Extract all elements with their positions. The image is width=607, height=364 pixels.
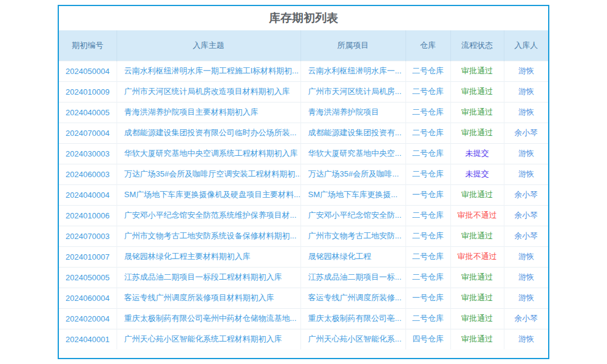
inbound-person-cell: 游恢: [504, 267, 548, 288]
initial-no-link[interactable]: 2024010007: [59, 246, 117, 267]
flow-status-cell: 审批通过: [450, 102, 504, 123]
flow-status-cell: 未提交: [450, 143, 504, 164]
initial-no-link[interactable]: 2024020004: [59, 308, 117, 329]
inbound-person-cell: 游恢: [504, 246, 548, 267]
project-link[interactable]: 云南水利枢纽潜明水库一...: [300, 61, 405, 81]
initial-no-link[interactable]: 2024010006: [59, 205, 117, 226]
initial-no-link[interactable]: 2024060004: [59, 288, 117, 308]
initial-no-link[interactable]: 2024030003: [59, 143, 117, 164]
project-link[interactable]: 广安邓小平纪念馆安全防...: [300, 205, 405, 226]
inbound-person-cell: 游恢: [504, 164, 548, 184]
inbound-subject-link[interactable]: 万达广场35#会所及咖啡厅空调安装工程材料期初...: [117, 164, 300, 184]
table-row[interactable]: 2024040001广州天心苑小区智能化系统工程材料期初入库广州天心苑小区智能化…: [59, 329, 548, 349]
flow-status-cell: 审批通过: [450, 61, 504, 81]
warehouse-cell: 二号仓库: [405, 205, 450, 226]
inbound-person-cell: 游恢: [504, 329, 548, 349]
initial-no-link[interactable]: 2024050005: [59, 267, 117, 288]
inbound-subject-link[interactable]: 云南水利枢纽潜明水库一期工程施工I标材料期初...: [117, 61, 300, 81]
initial-no-link[interactable]: 2024060003: [59, 164, 117, 184]
warehouse-cell: 二号仓库: [405, 246, 450, 267]
initial-no-link[interactable]: 2024070003: [59, 226, 117, 246]
inbound-subject-link[interactable]: 广州天心苑小区智能化系统工程材料期初入库: [117, 329, 300, 349]
page-title: 库存期初列表: [59, 6, 548, 30]
col-header-initial-no: 期初编号: [59, 30, 117, 61]
flow-status-cell: 审批通过: [450, 267, 504, 288]
project-link[interactable]: 成都能源建设集团投资有...: [300, 123, 405, 143]
col-header-warehouse: 仓库: [405, 30, 450, 61]
inbound-subject-link[interactable]: 江苏成品油二期项目一标段工程材料期初入库: [117, 267, 300, 288]
col-header-inbound-subject: 入库主题: [117, 30, 300, 61]
inbound-person-cell: 余小琴: [504, 123, 548, 143]
warehouse-cell: 二号仓库: [405, 308, 450, 329]
table-header-row: 期初编号 入库主题 所属项目 仓库 流程状态 入库人: [59, 30, 548, 61]
warehouse-cell: 二号仓库: [405, 164, 450, 184]
table-header: 期初编号 入库主题 所属项目 仓库 流程状态 入库人: [59, 30, 548, 61]
col-header-inbound-person: 入库人: [504, 30, 548, 61]
col-header-project: 所属项目: [300, 30, 405, 61]
inbound-person-cell: 余小琴: [504, 205, 548, 226]
project-link[interactable]: 万达广场35#会所及咖啡...: [300, 164, 405, 184]
warehouse-cell: 二号仓库: [405, 81, 450, 102]
inbound-person-cell: 游恢: [504, 102, 548, 123]
project-link[interactable]: SM广场地下车库更换摄...: [300, 184, 405, 205]
table-row[interactable]: 2024030003华软大厦研究基地中央空调系统工程材料期初入库华软大厦研究基地…: [59, 143, 548, 164]
flow-status-cell: 审批通过: [450, 308, 504, 329]
inbound-subject-link[interactable]: 成都能源建设集团投资有限公司临时办公场所装...: [117, 123, 300, 143]
table-row[interactable]: 2024010006广安邓小平纪念馆安全防范系统维护保养项目材...广安邓小平纪…: [59, 205, 548, 226]
table-row[interactable]: 2024060003万达广场35#会所及咖啡厅空调安装工程材料期初...万达广场…: [59, 164, 548, 184]
initial-no-link[interactable]: 2024010009: [59, 81, 117, 102]
flow-status-cell: 审批不通过: [450, 246, 504, 267]
initial-no-link[interactable]: 2024040005: [59, 102, 117, 123]
warehouse-cell: 二号仓库: [405, 143, 450, 164]
inbound-subject-link[interactable]: SM广场地下车库更换摄像机及硬盘项目主要材料...: [117, 184, 300, 205]
initial-no-link[interactable]: 2024040001: [59, 329, 117, 349]
project-link[interactable]: 重庆太极制药有限公司亳...: [300, 308, 405, 329]
flow-status-cell: 审批通过: [450, 123, 504, 143]
inbound-person-cell: 余小琴: [504, 308, 548, 329]
initial-no-link[interactable]: 2024040004: [59, 184, 117, 205]
project-link[interactable]: 华软大厦研究基地中央空...: [300, 143, 405, 164]
project-link[interactable]: 客运专线广州调度所装修...: [300, 288, 405, 308]
inbound-subject-link[interactable]: 客运专线广州调度所装修项目材料期初入库: [117, 288, 300, 308]
table-row[interactable]: 2024050004云南水利枢纽潜明水库一期工程施工I标材料期初...云南水利枢…: [59, 61, 548, 81]
table-row[interactable]: 2024070003广州市文物考古工地安防系统设备保修材料期初...广州市文物考…: [59, 226, 548, 246]
inbound-subject-link[interactable]: 青海洪湖养护院项目主要材料期初入库: [117, 102, 300, 123]
table-row[interactable]: 2024060004客运专线广州调度所装修项目材料期初入库客运专线广州调度所装修…: [59, 288, 548, 308]
table-row[interactable]: 2024040004SM广场地下车库更换摄像机及硬盘项目主要材料...SM广场地…: [59, 184, 548, 205]
inbound-subject-link[interactable]: 广安邓小平纪念馆安全防范系统维护保养项目材...: [117, 205, 300, 226]
project-link[interactable]: 江苏成品油二期项目一标...: [300, 267, 405, 288]
warehouse-cell: 二号仓库: [405, 102, 450, 123]
flow-status-cell: 审批通过: [450, 226, 504, 246]
inbound-person-cell: 余小琴: [504, 226, 548, 246]
inbound-subject-link[interactable]: 广州市天河区统计局机房改造项目材料期初入库: [117, 81, 300, 102]
inbound-subject-link[interactable]: 晟铭园林绿化工程主要材料期初入库: [117, 246, 300, 267]
inbound-subject-link[interactable]: 华软大厦研究基地中央空调系统工程材料期初入库: [117, 143, 300, 164]
inbound-subject-link[interactable]: 广州市文物考古工地安防系统设备保修材料期初...: [117, 226, 300, 246]
warehouse-cell: 二号仓库: [405, 61, 450, 81]
table-row[interactable]: 2024050005江苏成品油二期项目一标段工程材料期初入库江苏成品油二期项目一…: [59, 267, 548, 288]
initial-no-link[interactable]: 2024070004: [59, 123, 117, 143]
table-row[interactable]: 2024010009广州市天河区统计局机房改造项目材料期初入库广州市天河区统计局…: [59, 81, 548, 102]
initial-no-link[interactable]: 2024050004: [59, 61, 117, 81]
table-row[interactable]: 2024040005青海洪湖养护院项目主要材料期初入库青海洪湖养护院项目二号仓库…: [59, 102, 548, 123]
table-row[interactable]: 2024020004重庆太极制药有限公司亳州中药材仓储物流基地...重庆太极制药…: [59, 308, 548, 329]
warehouse-cell: 二号仓库: [405, 226, 450, 246]
inbound-person-cell: 余小琴: [504, 184, 548, 205]
project-link[interactable]: 广州天心苑小区智能化系...: [300, 329, 405, 349]
project-link[interactable]: 广州市天河区统计局机房...: [300, 81, 405, 102]
flow-status-cell: 审批通过: [450, 329, 504, 349]
table-row[interactable]: 2024070004成都能源建设集团投资有限公司临时办公场所装...成都能源建设…: [59, 123, 548, 143]
warehouse-cell: 一号仓库: [405, 184, 450, 205]
flow-status-cell: 审批通过: [450, 81, 504, 102]
warehouse-cell: 四号仓库: [405, 329, 450, 349]
project-link[interactable]: 青海洪湖养护院项目: [300, 102, 405, 123]
project-link[interactable]: 广州市文物考古工地安防...: [300, 226, 405, 246]
inbound-person-cell: 游恢: [504, 81, 548, 102]
inbound-subject-link[interactable]: 重庆太极制药有限公司亳州中药材仓储物流基地...: [117, 308, 300, 329]
project-link[interactable]: 晟铭园林绿化工程: [300, 246, 405, 267]
table-row[interactable]: 2024010007晟铭园林绿化工程主要材料期初入库晟铭园林绿化工程二号仓库审批…: [59, 246, 548, 267]
flow-status-cell: 审批通过: [450, 184, 504, 205]
inventory-initial-table: 期初编号 入库主题 所属项目 仓库 流程状态 入库人 2024050004云南水…: [59, 30, 548, 349]
flow-status-cell: 审批不通过: [450, 205, 504, 226]
table-body: 2024050004云南水利枢纽潜明水库一期工程施工I标材料期初...云南水利枢…: [59, 61, 548, 349]
